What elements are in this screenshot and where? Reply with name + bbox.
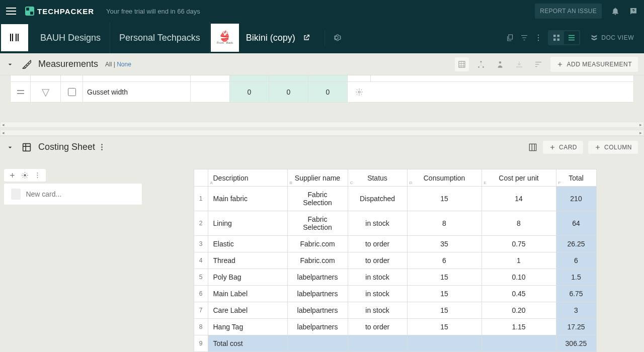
sort-icon[interactable] <box>531 57 545 71</box>
measurements-filter: All | None <box>105 61 131 68</box>
measurement-thumb[interactable]: ▽ <box>31 82 61 102</box>
help-icon[interactable] <box>629 7 638 16</box>
svg-rect-14 <box>529 144 536 150</box>
measurements-title: Measurements <box>38 59 98 69</box>
svg-rect-13 <box>23 143 31 151</box>
svg-point-15 <box>24 174 26 177</box>
table-row[interactable]: 6Main Labellabelpartnersin stock150.456.… <box>194 286 596 302</box>
breadcrumb-space[interactable]: Personal Techpacks <box>110 22 210 53</box>
breadcrumb-item[interactable]: Bikini (copy) <box>239 33 302 43</box>
settings-icon[interactable] <box>332 33 341 42</box>
svg-rect-4 <box>557 35 560 37</box>
brand-logo[interactable]: ⅡⅡ <box>1 24 28 51</box>
svg-point-0 <box>538 35 539 36</box>
svg-point-18 <box>37 177 38 178</box>
copy-icon[interactable] <box>506 33 515 42</box>
measurement-name[interactable]: Gusset width <box>83 82 191 102</box>
col-header[interactable]: Cost per unitE <box>481 169 556 187</box>
svg-point-2 <box>538 40 539 41</box>
hierarchy-icon[interactable] <box>474 57 488 71</box>
svg-point-8 <box>480 61 482 62</box>
plus-icon <box>549 144 556 151</box>
col-header[interactable]: TotalF <box>556 169 596 187</box>
table-icon[interactable] <box>455 57 469 71</box>
drag-handle[interactable] <box>11 82 31 102</box>
add-column-button[interactable]: COLUMN <box>588 141 638 154</box>
add-card-button[interactable]: CARD <box>543 141 583 154</box>
svg-rect-5 <box>553 39 556 41</box>
row-settings[interactable] <box>348 82 371 102</box>
collapse-icon[interactable] <box>6 60 14 68</box>
open-external-icon[interactable] <box>302 34 310 42</box>
view-toggle <box>548 30 580 45</box>
measurements-icon <box>21 59 32 70</box>
sheet-icon <box>21 142 32 153</box>
svg-rect-3 <box>553 35 556 37</box>
add-icon[interactable] <box>7 170 18 181</box>
measurement-checkbox[interactable] <box>61 82 83 102</box>
costing-title: Costing Sheet <box>38 142 95 152</box>
card-thumb <box>11 189 21 200</box>
col-header[interactable]: ConsumptionD <box>407 169 481 187</box>
svg-rect-7 <box>459 61 465 67</box>
svg-point-16 <box>37 172 38 173</box>
person-icon[interactable] <box>493 57 507 71</box>
col-header[interactable]: Supplier nameB <box>287 169 348 187</box>
bell-icon[interactable] <box>611 7 620 16</box>
list-view-button[interactable] <box>564 31 579 44</box>
filter-none-link[interactable]: None <box>117 61 131 68</box>
trial-notice: Your free trial will end in 66 days <box>106 8 200 15</box>
table-row[interactable]: 3ElasticFabric.comto order350.7526.25 <box>194 236 596 252</box>
more-icon[interactable] <box>32 170 43 181</box>
measurement-cell[interactable] <box>191 82 230 102</box>
card-tools <box>4 169 46 182</box>
svg-point-11 <box>499 61 502 64</box>
doc-view-button[interactable]: DOC VIEW <box>585 31 639 45</box>
download-icon[interactable] <box>512 57 526 71</box>
logo[interactable]: TECHPACKER <box>25 7 94 16</box>
costing-table: DescriptionA Supplier nameB StatusC Cons… <box>194 169 597 352</box>
new-card[interactable] <box>4 184 142 205</box>
more-icon[interactable] <box>534 33 543 42</box>
col-header[interactable]: DescriptionA <box>208 169 287 187</box>
measurement-cell[interactable]: 0 <box>230 82 269 102</box>
measurement-row: ▽ Gusset width 0 0 0 <box>10 81 634 103</box>
measurement-cell[interactable]: 0 <box>308 82 348 102</box>
breadcrumb-org[interactable]: BAUH Designs <box>31 22 110 53</box>
table-row[interactable]: 1Main fabricFabric SelectionDispatched15… <box>194 187 596 211</box>
more-icon[interactable] <box>101 144 103 150</box>
menu-icon[interactable] <box>6 5 18 17</box>
corner-cell <box>194 169 208 187</box>
filter-icon[interactable] <box>520 33 529 42</box>
svg-rect-6 <box>557 39 560 41</box>
col-header[interactable]: StatusC <box>348 169 407 187</box>
svg-point-17 <box>37 175 38 176</box>
report-issue-button[interactable]: REPORT AN ISSUE <box>535 4 602 19</box>
new-card-input[interactable] <box>26 190 135 198</box>
grid-view-button[interactable] <box>549 31 564 44</box>
columns-icon[interactable] <box>528 142 538 152</box>
brand-name: TECHPACKER <box>37 7 94 16</box>
table-row[interactable]: 4ThreadFabric.comto order616 <box>194 252 596 269</box>
total-row: 9Total cost306.25 <box>194 335 596 352</box>
plus-icon <box>594 144 601 151</box>
logo-icon <box>25 7 34 16</box>
svg-point-1 <box>538 37 539 38</box>
collapse-icon[interactable] <box>6 143 14 151</box>
add-measurement-button[interactable]: ADD MEASUREMENT <box>550 57 638 72</box>
table-row[interactable]: 5Poly Baglabelpartnersin stock150.101.5 <box>194 269 596 286</box>
item-thumbnail[interactable]: 👙 Front Back <box>211 24 239 52</box>
table-row[interactable]: 7Care Labellabelpartnersin stock150.203 <box>194 302 596 319</box>
h-scrollbar[interactable]: ◂▸ <box>0 130 644 136</box>
table-row[interactable]: 2LiningFabric Selectionin stock8864 <box>194 211 596 236</box>
svg-point-12 <box>358 91 360 93</box>
plus-icon <box>556 61 564 68</box>
gear-icon[interactable] <box>20 170 30 181</box>
measurement-cell[interactable]: 0 <box>269 82 308 102</box>
table-row[interactable]: 8Hang Taglabelpartnersto order151.1517.2… <box>194 319 596 335</box>
h-scrollbar[interactable]: ◂▸ <box>0 122 644 128</box>
